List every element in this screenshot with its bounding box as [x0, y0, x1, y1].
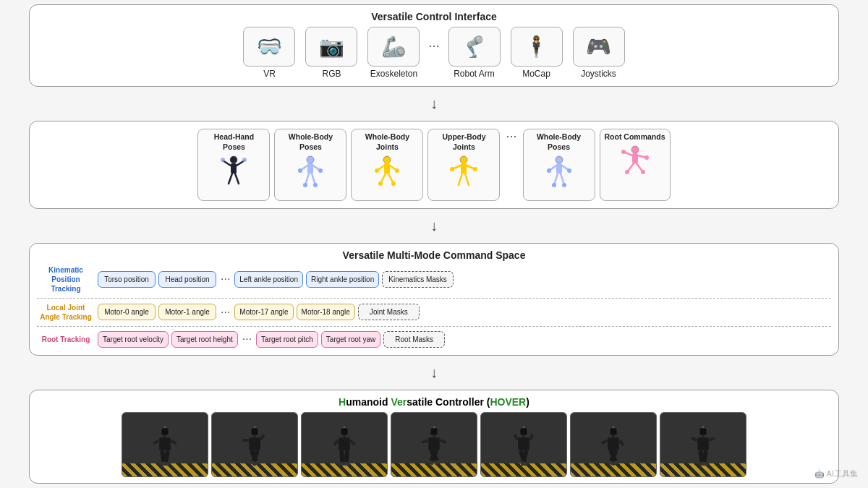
hover-img-5 — [570, 412, 657, 477]
pose-icon-head-hand — [217, 155, 250, 197]
mask-cell-kinematic: Kinematics Masks — [382, 271, 454, 288]
row-label-joint-angle: Local Joint Angle Tracking — [37, 303, 95, 322]
pose-item-head-hand: Head-Hand Poses — [197, 129, 270, 200]
hover-robot-2 — [328, 426, 360, 476]
svg-rect-82 — [341, 428, 348, 435]
svg-point-0 — [230, 156, 237, 163]
svg-point-46 — [552, 183, 556, 187]
svg-rect-107 — [522, 435, 525, 437]
arrow-down-2: ↓ — [29, 218, 839, 234]
svg-rect-119 — [612, 435, 615, 437]
cmd-cell-joint-angle-1: Motor-1 angle — [158, 304, 216, 320]
svg-rect-118 — [610, 428, 617, 435]
cmd-dots-joint-angle: ··· — [219, 306, 231, 319]
device-label-exoskeleton: Exoskeleton — [370, 69, 417, 79]
hover-img-2 — [301, 412, 388, 477]
hover-img-0 — [122, 412, 208, 477]
device-label-rgb: RGB — [322, 69, 341, 79]
device-label-robot-arm: Robot Arm — [454, 69, 495, 79]
svg-rect-95 — [433, 435, 435, 437]
pose-label-upper-body-joints: Upper-Body Joints — [433, 132, 495, 152]
devices-row: 🥽 VR 📷 RGB 🦾 Exoskeleton ··· 🦿 Robot Arm… — [41, 27, 827, 79]
main-container: Versatile Control Interface 🥽 VR 📷 RGB 🦾… — [22, 0, 846, 488]
command-row-kinematic: Kinematic Position TrackingTorso positio… — [37, 265, 831, 294]
svg-rect-9 — [307, 163, 313, 174]
svg-point-37 — [461, 161, 466, 166]
svg-point-24 — [375, 168, 379, 173]
svg-point-57 — [641, 170, 645, 174]
svg-rect-132 — [697, 437, 709, 450]
svg-point-44 — [547, 168, 551, 173]
svg-point-26 — [378, 181, 383, 186]
hover-img-4 — [480, 412, 567, 477]
svg-rect-49 — [632, 153, 638, 163]
pose-item-whole-body-poses2: Whole-Body Poses — [523, 129, 595, 200]
control-interface-section: Versatile Control Interface 🥽 VR 📷 RGB 🦾… — [29, 4, 839, 87]
cmd-cell-root-0: Target root velocity — [98, 331, 169, 348]
cmd-cell-kinematic-1: Head position — [158, 271, 216, 288]
svg-rect-39 — [556, 163, 562, 174]
pose-icon-root-commands — [618, 145, 652, 187]
svg-point-55 — [644, 155, 649, 160]
hover-images — [37, 412, 831, 477]
svg-rect-59 — [163, 435, 166, 437]
device-item-mocap: 🕴 MoCap — [508, 27, 566, 79]
device-item-vr: 🥽 VR — [240, 27, 298, 79]
svg-rect-60 — [159, 437, 171, 450]
svg-point-17 — [313, 183, 318, 187]
hover-satile: satile Controller ( — [407, 396, 490, 408]
pose-item-whole-body-joints: Whole-Body Joints — [351, 129, 423, 200]
device-item-robot-arm: 🦿 Robot Arm — [446, 27, 503, 79]
control-interface-title: Versatile Control Interface — [41, 11, 827, 22]
cmd-cell-root-1: Target root height — [171, 331, 238, 348]
device-item-joysticks: 🎮 Joysticks — [570, 27, 628, 79]
svg-point-48 — [631, 146, 639, 153]
hover-title: Humanoid Versatile Controller (HOVER) — [37, 396, 831, 408]
svg-rect-91 — [344, 450, 349, 463]
mask-cell-joint-angle: Joint Masks — [358, 304, 420, 320]
hover-robot-6 — [687, 426, 719, 476]
pose-label-whole-body-poses: Whole-Body Poses — [279, 132, 341, 152]
hover-img-3 — [391, 412, 477, 477]
svg-point-6 — [221, 158, 225, 162]
device-icon-exoskeleton: 🦾 — [367, 27, 420, 67]
svg-point-45 — [567, 168, 571, 173]
svg-point-47 — [562, 183, 566, 187]
divider-1 — [37, 298, 831, 299]
device-item-exoskeleton: 🦾 Exoskeleton — [365, 27, 422, 79]
svg-rect-70 — [251, 428, 258, 435]
device-icon-mocap: 🕴 — [511, 27, 563, 67]
cmd-cell-root-3: Target root yaw — [321, 331, 380, 348]
svg-point-35 — [450, 167, 454, 171]
hover-robot-5 — [597, 426, 629, 476]
cmd-cell-kinematic-0: Torso position — [98, 271, 156, 288]
svg-rect-108 — [518, 437, 529, 450]
hover-img-1 — [211, 412, 298, 477]
svg-point-25 — [395, 168, 399, 173]
arrow-down-1: ↓ — [29, 95, 839, 112]
svg-line-4 — [229, 174, 232, 184]
watermark-text: 🤖 AI工具集 — [814, 469, 858, 478]
command-grid: Kinematic Position TrackingTorso positio… — [37, 265, 831, 348]
pose-label-root-commands: Root Commands — [605, 132, 665, 142]
cmd-cell-joint-angle-0: Motor-0 angle — [98, 304, 156, 320]
hover-H: H — [339, 396, 346, 408]
poses-row: Head-Hand Poses Whole-Body Poses — [41, 129, 827, 200]
svg-rect-106 — [520, 428, 527, 435]
mask-cell-root: Root Masks — [383, 331, 445, 348]
svg-point-8 — [307, 156, 314, 163]
svg-point-16 — [303, 183, 307, 187]
command-row-root: Root TrackingTarget root velocityTarget … — [37, 331, 831, 348]
cmd-dots-kinematic: ··· — [219, 273, 231, 286]
command-row-joint-angle: Local Joint Angle TrackingMotor-0 angleM… — [37, 303, 831, 322]
hover-close: ) — [526, 396, 529, 408]
device-icon-joysticks: 🎮 — [573, 27, 625, 67]
row-label-kinematic: Kinematic Position Tracking — [37, 265, 95, 294]
dots-between-devices: ··· — [427, 38, 441, 53]
svg-rect-94 — [430, 428, 438, 435]
pose-label-whole-body-joints: Whole-Body Joints — [356, 132, 418, 152]
svg-rect-89 — [339, 450, 345, 463]
command-space-section: Versatile Multi-Mode Command Space Kinem… — [29, 243, 839, 356]
cmd-cell-joint-angle-2: Motor-17 angle — [234, 304, 293, 320]
device-label-vr: VR — [263, 69, 276, 79]
